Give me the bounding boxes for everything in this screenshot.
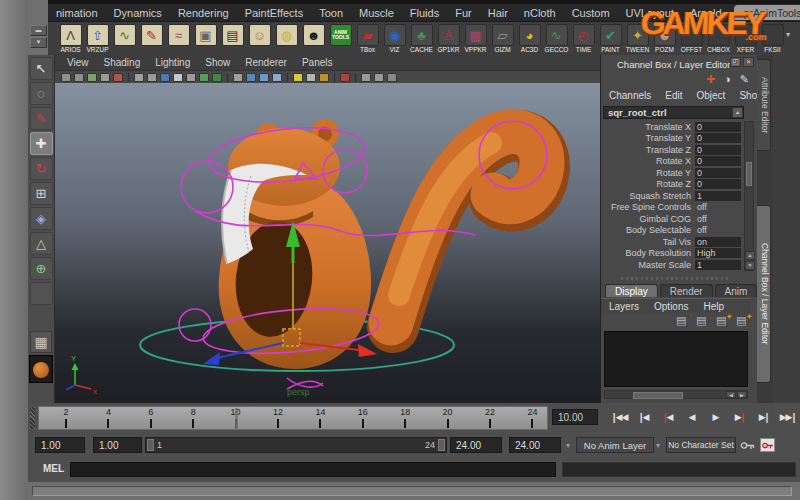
channel-box-menu-edit[interactable]: Edit [665, 90, 682, 101]
scale-tool[interactable]: ⊞ [30, 182, 53, 205]
shelf-item-cache[interactable]: ♣CACHE [408, 24, 435, 54]
shelf-item-icon-4[interactable]: ≈ [165, 24, 192, 46]
character-set-selector[interactable]: No Character Set [666, 437, 736, 453]
shelf-item-icon-9[interactable]: ☻ [300, 24, 327, 46]
viewport-menu-view[interactable]: View [67, 57, 89, 68]
viewport-toolbar-icon-23[interactable] [340, 73, 350, 82]
shelf-item-icon-8[interactable]: ◍ [273, 24, 300, 46]
shelf-item-vppkr[interactable]: ▩VPPKR [462, 24, 489, 54]
shelf-item-gp1kr[interactable]: ♙GP1KR [435, 24, 462, 54]
layer-move-up-icon[interactable]: ▤↑ [676, 314, 689, 327]
channel-box-menu-channels[interactable]: Channels [609, 90, 651, 101]
soft-modification-tool[interactable]: △ [30, 232, 53, 255]
step-forward-frame-button[interactable]: ▶| [752, 407, 775, 427]
show-manipulator-tool[interactable]: ⊕ [30, 257, 53, 280]
range-end-handle[interactable] [438, 439, 445, 451]
menu-painteffects[interactable]: PaintEffects [237, 7, 312, 19]
playback-end-field[interactable]: 24.00 [450, 437, 502, 453]
menu-fluids[interactable]: Fluids [402, 7, 447, 19]
shelf-item-icon-5[interactable]: ▣ [192, 24, 219, 46]
channel-pencil-icon[interactable]: ✎ [740, 73, 749, 85]
move-tool[interactable]: ✚ [30, 132, 53, 155]
scroll-right-button[interactable]: ▶ [737, 391, 747, 398]
time-slider-grip[interactable] [30, 407, 35, 429]
play-backwards-button[interactable]: ◀ [680, 407, 703, 427]
last-tool-slot[interactable] [30, 282, 53, 305]
viewport-menu-panels[interactable]: Panels [302, 57, 333, 68]
close-panel-icon[interactable]: × [743, 57, 754, 67]
shelf-collapse-widget[interactable]: ▬ ▼ [30, 25, 47, 51]
viewport-menu-show[interactable]: Show [205, 57, 230, 68]
playback-start-field[interactable]: 1.00 [93, 437, 142, 453]
new-empty-layer-icon[interactable]: ▤✦ [716, 314, 729, 327]
viewport-toolbar-icon-19[interactable] [293, 73, 303, 82]
range-slider[interactable]: 1 24 [145, 437, 447, 453]
viewport-toolbar-icon-7[interactable] [147, 73, 157, 82]
shelf-item-icon-2[interactable]: ∿ [111, 24, 138, 46]
viewport-toolbar-icon-2[interactable] [87, 73, 97, 82]
shelf-item-icon-7[interactable]: ☺ [246, 24, 273, 46]
new-layer-from-selected-icon[interactable]: ▤✦ [736, 314, 749, 327]
play-forwards-button[interactable]: ▶ [704, 407, 727, 427]
saved-layout-thumbnail[interactable] [29, 355, 53, 383]
paint-select-tool[interactable]: ✎ [30, 107, 53, 130]
menu-dynamics[interactable]: Dynamics [106, 7, 170, 19]
lasso-select-tool[interactable]: ◌ [30, 82, 53, 105]
channel-value[interactable]: 0 [695, 156, 741, 166]
time-slider[interactable]: 24681012141618202224 [38, 406, 548, 430]
layer-tab-display[interactable]: Display [605, 284, 658, 297]
channel-value[interactable]: on [695, 237, 741, 247]
shelf-item-ac3d[interactable]: ◕AC3D [516, 24, 543, 54]
anim-layer-selector[interactable]: No Anim Layer [576, 437, 654, 453]
layer-move-down-icon[interactable]: ▤↓ [696, 314, 709, 327]
panel-splitter-handle[interactable] [621, 277, 731, 280]
shelf-item-tbox[interactable]: ▰TBox [354, 24, 381, 54]
viewport-toolbar-icon-0[interactable] [61, 73, 71, 82]
viewport-toolbar-icon-3[interactable] [100, 73, 110, 82]
channel-value[interactable]: High [695, 248, 741, 258]
step-forward-key-button[interactable]: ▶| [728, 407, 751, 427]
menu-custom[interactable]: Custom [564, 7, 618, 19]
channel-value[interactable]: 0 [695, 133, 741, 143]
viewport-toolbar-icon-27[interactable] [387, 73, 397, 82]
character-set-dropdown-icon[interactable]: ▾ [656, 441, 660, 450]
layer-menu-help[interactable]: Help [703, 301, 724, 312]
scroll-down-button[interactable]: ▼ [745, 261, 755, 270]
side-tab-attribute-editor[interactable]: Attribute Editor [757, 59, 771, 151]
viewport-toolbar-icon-17[interactable] [272, 73, 282, 82]
menu-fur[interactable]: Fur [447, 7, 480, 19]
menu-ncloth[interactable]: nCloth [516, 7, 564, 19]
layer-menu-options[interactable]: Options [654, 301, 688, 312]
animation-end-field[interactable]: 24.00 [509, 437, 561, 453]
menu-toon[interactable]: Toon [311, 7, 351, 19]
current-frame-indicator[interactable] [235, 408, 238, 429]
range-start-handle[interactable] [147, 439, 154, 451]
menu-rendering[interactable]: Rendering [170, 7, 237, 19]
layer-menu-layers[interactable]: Layers [609, 301, 639, 312]
viewport-canvas[interactable]: persp Y x [55, 83, 600, 403]
viewport-toolbar-icon-4[interactable] [113, 73, 123, 82]
shelf-item-gecco[interactable]: ∿GECCO [543, 24, 570, 54]
shelf-item-icon-6[interactable]: ▤ [219, 24, 246, 46]
layer-tab-render[interactable]: Render [660, 284, 713, 297]
command-line-input[interactable] [70, 462, 556, 477]
channel-value[interactable]: off [695, 202, 741, 212]
viewport-menu-shading[interactable]: Shading [104, 57, 141, 68]
selected-object-name[interactable]: sqr_root_ctrl [603, 106, 744, 119]
shelf-item-time[interactable]: ◴TIME [570, 24, 597, 54]
go-to-end-button[interactable]: ▶▶| [776, 407, 799, 427]
manipulator-axis-icon[interactable]: ✚ [706, 73, 715, 85]
layer-list-scrollbar[interactable]: ◀ ▶ [604, 390, 748, 399]
viewport-toolbar-icon-1[interactable] [74, 73, 84, 82]
viewport-toolbar-icon-10[interactable] [186, 73, 196, 82]
viewport-toolbar-icon-14[interactable] [233, 73, 243, 82]
channel-value[interactable]: off [695, 214, 741, 224]
float-panel-icon[interactable]: ◰ [730, 57, 741, 67]
select-tool[interactable]: ↖ [30, 57, 53, 80]
channel-value[interactable]: 0 [695, 122, 741, 132]
shelf-item-arios[interactable]: ΛARIOS [57, 24, 84, 54]
animation-start-field[interactable]: 1.00 [35, 437, 85, 453]
viewport-toolbar-icon-6[interactable] [134, 73, 144, 82]
viewport-toolbar-icon-26[interactable] [374, 73, 384, 82]
scroll-up-button[interactable]: ▲ [745, 251, 755, 260]
